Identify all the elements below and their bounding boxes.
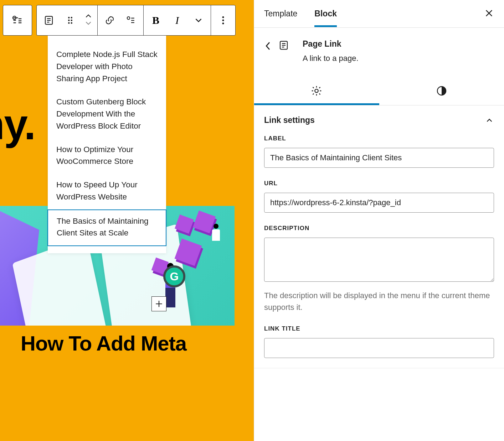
svg-point-11 (222, 22, 224, 24)
link-button[interactable] (103, 13, 117, 27)
submenu-item[interactable]: How to Speed Up Your WordPress Website (48, 174, 166, 209)
submenu-item-selected[interactable]: The Basics of Maintaining Client Sites a… (47, 209, 166, 247)
parent-block-switcher[interactable] (3, 5, 32, 36)
link-settings-panel: Link settings LABEL URL DESCRIPTION The … (254, 105, 504, 368)
move-down-button[interactable] (84, 21, 92, 27)
link-icon (104, 15, 115, 26)
description-textarea[interactable] (264, 238, 494, 282)
svg-point-8 (127, 17, 130, 20)
post-heading: How To Add Meta (21, 331, 186, 355)
svg-point-10 (222, 20, 224, 21)
block-breadcrumb: Page Link A link to a page. (254, 28, 504, 77)
tab-template[interactable]: Template (264, 0, 297, 27)
block-switcher-button[interactable] (42, 13, 56, 27)
svg-point-6 (68, 22, 70, 24)
field-url: URL (264, 180, 494, 213)
grammarly-widget[interactable]: G (163, 265, 185, 287)
page-icon (43, 15, 54, 26)
move-up-button[interactable] (84, 14, 92, 20)
close-sidebar-button[interactable] (484, 8, 494, 20)
add-block-button[interactable] (151, 296, 166, 311)
drag-icon (65, 15, 76, 26)
svg-point-4 (68, 20, 70, 21)
drag-handle[interactable] (63, 13, 77, 27)
italic-button[interactable]: I (170, 13, 184, 27)
svg-point-9 (222, 16, 224, 18)
styles-tab[interactable] (379, 77, 504, 105)
bold-button[interactable]: B (149, 13, 163, 27)
block-type-title: Page Link (303, 39, 359, 49)
block-mover (84, 14, 92, 27)
background-heading-fragment: hy. (0, 100, 35, 149)
settings-tab[interactable] (254, 77, 379, 105)
inspector-tabs (254, 77, 504, 105)
block-toolbar: B I (36, 5, 236, 36)
field-caption: DESCRIPTION (264, 225, 494, 232)
field-label: LABEL (264, 135, 494, 168)
block-type-description: A link to a page. (303, 54, 359, 63)
label-input[interactable] (264, 148, 494, 168)
block-type-icon (278, 39, 289, 52)
link-title-input[interactable] (264, 338, 494, 358)
chevron-up-icon (84, 14, 92, 19)
sidebar-tabs: Template Block (254, 0, 504, 28)
svg-point-3 (71, 17, 73, 19)
gear-icon (311, 85, 322, 97)
options-button[interactable] (216, 13, 230, 27)
submenu-item[interactable]: Custom Gutenberg Block Development With … (48, 91, 166, 138)
submenu-item[interactable]: How to Optimize Your WooCommerce Store (48, 139, 166, 174)
submenu-item[interactable]: Complete Node.js Full Stack Developer wi… (48, 43, 166, 91)
submenu-icon (11, 14, 24, 26)
submenu-icon (126, 15, 137, 26)
navigation-submenu: Complete Node.js Full Stack Developer wi… (48, 36, 166, 253)
panel-header[interactable]: Link settings (264, 115, 494, 125)
field-description: DESCRIPTION The description will be disp… (264, 225, 494, 313)
field-caption: LABEL (264, 135, 494, 142)
field-caption: LINK TITLE (264, 325, 494, 332)
grammarly-icon: G (170, 270, 179, 283)
chevron-down-icon (193, 15, 204, 26)
chevron-left-icon (264, 41, 271, 51)
svg-point-7 (71, 22, 73, 24)
more-formatting-button[interactable] (191, 13, 206, 27)
add-submenu-button[interactable] (124, 13, 138, 27)
chevron-down-icon (84, 21, 92, 26)
styles-icon (436, 85, 447, 97)
more-vertical-icon (218, 15, 228, 26)
tab-block[interactable]: Block (314, 0, 337, 27)
svg-point-2 (68, 17, 70, 19)
svg-point-5 (71, 20, 73, 21)
editor-canvas: hy. How To Add Meta (0, 0, 254, 441)
settings-sidebar: Template Block Page Link A link to a pag… (254, 0, 504, 441)
field-hint: The description will be displayed in the… (264, 290, 494, 313)
breadcrumb-back-button[interactable] (264, 41, 271, 53)
svg-point-13 (315, 89, 318, 92)
page-icon (278, 40, 289, 51)
chevron-up-icon (485, 116, 494, 125)
close-icon (484, 8, 494, 18)
url-input[interactable] (264, 193, 494, 213)
plus-icon (154, 299, 164, 308)
field-link-title: LINK TITLE (264, 325, 494, 358)
panel-title: Link settings (264, 115, 315, 125)
field-caption: URL (264, 180, 494, 187)
